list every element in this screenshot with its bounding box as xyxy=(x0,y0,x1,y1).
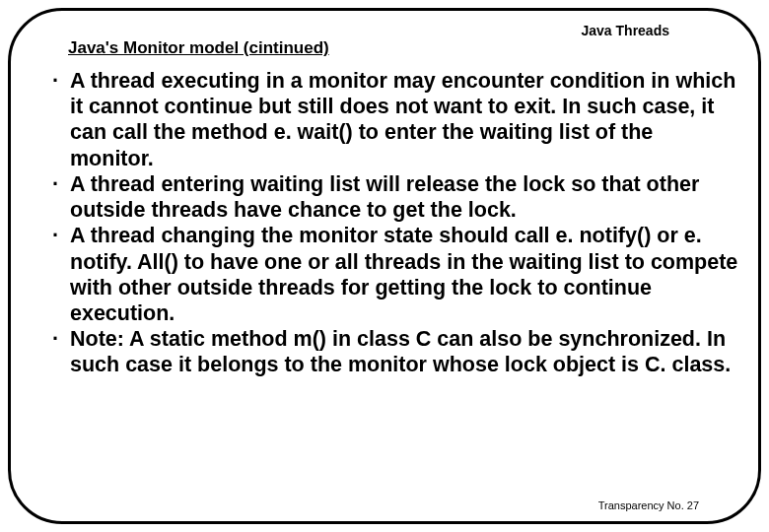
list-item: · Note: A static method m() in class C c… xyxy=(40,326,740,377)
bullet-text: A thread executing in a monitor may enco… xyxy=(70,68,740,171)
slide-content: · A thread executing in a monitor may en… xyxy=(40,68,740,378)
list-item: · A thread executing in a monitor may en… xyxy=(40,68,740,171)
bullet-text: A thread changing the monitor state shou… xyxy=(70,223,740,326)
list-item: · A thread entering waiting list will re… xyxy=(40,171,740,223)
header-topic: Java Threads xyxy=(582,23,670,38)
slide-title: Java's Monitor model (cintinued) xyxy=(68,38,329,58)
bullet-marker: · xyxy=(40,68,70,171)
bullet-marker: · xyxy=(40,223,70,326)
page-number: Transparency No. 27 xyxy=(598,499,699,511)
bullet-marker: · xyxy=(40,326,70,377)
bullet-marker: · xyxy=(40,171,70,223)
bullet-text: A thread entering waiting list will rele… xyxy=(70,171,740,223)
slide-frame: Java Threads Java's Monitor model (cinti… xyxy=(8,8,761,524)
bullet-text: Note: A static method m() in class C can… xyxy=(70,326,740,377)
list-item: · A thread changing the monitor state sh… xyxy=(40,223,740,326)
